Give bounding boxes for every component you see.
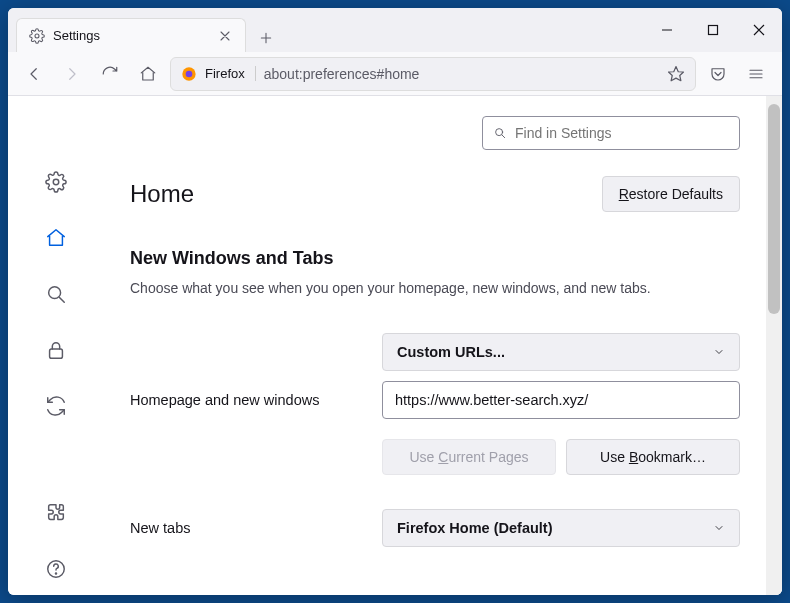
window-close[interactable] bbox=[736, 8, 782, 52]
titlebar: Settings bbox=[8, 8, 782, 52]
pocket-icon[interactable] bbox=[702, 58, 734, 90]
browser-tab[interactable]: Settings bbox=[16, 18, 246, 52]
section-heading: New Windows and Tabs bbox=[130, 248, 740, 269]
sidebar-item-privacy[interactable] bbox=[42, 336, 70, 364]
homepage-mode-value: Custom URLs... bbox=[397, 344, 505, 360]
newtabs-label: New tabs bbox=[130, 520, 370, 536]
bookmark-star-icon[interactable] bbox=[667, 65, 685, 83]
sidebar-item-sync[interactable] bbox=[42, 392, 70, 420]
newtabs-mode-value: Firefox Home (Default) bbox=[397, 520, 553, 536]
nav-back[interactable] bbox=[18, 58, 50, 90]
window-maximize[interactable] bbox=[690, 8, 736, 52]
chevron-down-icon bbox=[713, 522, 725, 534]
svg-point-0 bbox=[35, 34, 39, 38]
urlbar-identity: Firefox bbox=[205, 66, 256, 81]
nav-forward[interactable] bbox=[56, 58, 88, 90]
window-minimize[interactable] bbox=[644, 8, 690, 52]
settings-search-input[interactable] bbox=[515, 125, 729, 141]
homepage-url-input[interactable] bbox=[382, 381, 740, 419]
scrollbar-thumb[interactable] bbox=[768, 104, 780, 314]
gear-icon bbox=[29, 28, 45, 44]
new-tab-button[interactable] bbox=[252, 24, 280, 52]
nav-reload[interactable] bbox=[94, 58, 126, 90]
svg-point-6 bbox=[49, 287, 61, 299]
toolbar: Firefox about:preferences#home bbox=[8, 52, 782, 96]
urlbar-url: about:preferences#home bbox=[264, 66, 659, 82]
svg-rect-7 bbox=[50, 349, 63, 358]
sidebar-item-general[interactable] bbox=[42, 168, 70, 196]
settings-panel: Home RRestore Defaultsestore Defaults Ne… bbox=[104, 96, 766, 595]
svg-point-3 bbox=[186, 70, 193, 77]
newtabs-mode-select[interactable]: Firefox Home (Default) bbox=[382, 509, 740, 547]
settings-search[interactable] bbox=[482, 116, 740, 150]
sidebar-item-extensions[interactable] bbox=[42, 499, 70, 527]
svg-point-10 bbox=[496, 129, 503, 136]
tab-title: Settings bbox=[53, 28, 209, 43]
use-current-pages-button[interactable]: Use Current PagesUse Current Pages bbox=[382, 439, 556, 475]
app-menu-icon[interactable] bbox=[740, 58, 772, 90]
svg-rect-1 bbox=[709, 26, 718, 35]
sidebar-item-home[interactable] bbox=[42, 224, 70, 252]
sidebar-item-help[interactable] bbox=[42, 555, 70, 583]
nav-home[interactable] bbox=[132, 58, 164, 90]
close-icon[interactable] bbox=[217, 28, 233, 44]
svg-point-9 bbox=[55, 573, 56, 574]
section-description: Choose what you see when you open your h… bbox=[130, 279, 740, 299]
sidebar-item-search[interactable] bbox=[42, 280, 70, 308]
svg-marker-4 bbox=[669, 66, 684, 80]
homepage-label: Homepage and new windows bbox=[130, 392, 370, 408]
vertical-scrollbar[interactable] bbox=[766, 96, 782, 595]
homepage-mode-select[interactable]: Custom URLs... bbox=[382, 333, 740, 371]
svg-point-5 bbox=[53, 179, 59, 185]
firefox-logo-icon bbox=[181, 66, 197, 82]
restore-defaults-button[interactable]: RRestore Defaultsestore Defaults bbox=[602, 176, 740, 212]
chevron-down-icon bbox=[713, 346, 725, 358]
sidebar bbox=[8, 96, 104, 595]
urlbar[interactable]: Firefox about:preferences#home bbox=[170, 57, 696, 91]
use-bookmark-button[interactable]: Use Bookmark…Use Bookmark… bbox=[566, 439, 740, 475]
page-title: Home bbox=[130, 180, 194, 208]
